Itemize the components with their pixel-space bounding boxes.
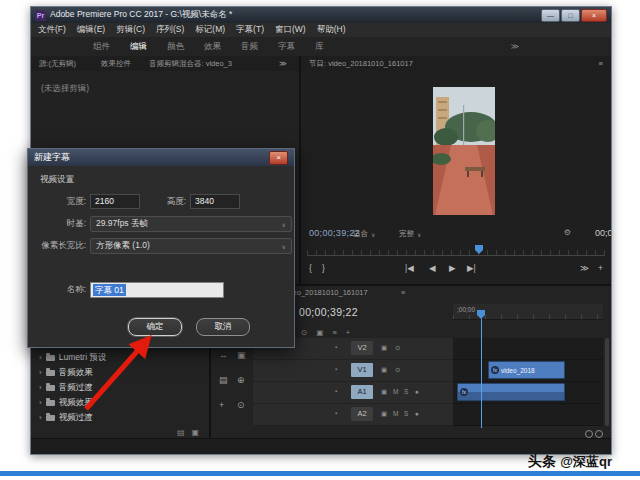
program-scrubber-bar[interactable]: [307, 247, 605, 256]
audio-clip[interactable]: fx: [457, 383, 565, 401]
workspace-effects[interactable]: 效果: [204, 41, 221, 53]
sync-lock-icon[interactable]: ▣: [381, 344, 387, 352]
track-output-eye-icon[interactable]: ⊙: [395, 366, 400, 374]
solo-button[interactable]: S: [404, 410, 408, 417]
track-select-tool-icon[interactable]: ↔: [219, 350, 228, 360]
menu-edit[interactable]: 编辑(E): [77, 24, 105, 36]
snap-icon[interactable]: ⊙: [301, 328, 307, 337]
menu-clip[interactable]: 剪辑(C): [116, 24, 145, 36]
hand-tool-icon[interactable]: ⊕: [237, 375, 245, 385]
disclosure-icon[interactable]: ›: [39, 383, 42, 392]
mute-button[interactable]: M: [393, 410, 398, 417]
workspace-editing[interactable]: 编辑: [130, 41, 147, 53]
list-item[interactable]: › Lumetri 预设: [39, 350, 205, 365]
menu-file[interactable]: 文件(F): [38, 24, 66, 36]
go-to-in-icon[interactable]: |◀: [405, 263, 414, 273]
maximize-button[interactable]: □: [561, 9, 580, 22]
icon-view-icon[interactable]: ▣: [191, 428, 199, 437]
disclosure-icon[interactable]: ›: [39, 353, 42, 362]
disclosure-icon[interactable]: ›: [39, 398, 42, 407]
window-titlebar[interactable]: Pr Adobe Premiere Pro CC 2017 - G:\视频\未命…: [31, 7, 611, 23]
width-value-field[interactable]: 2160: [90, 194, 140, 209]
workspace-titles[interactable]: 字幕: [278, 41, 295, 53]
zoom-tool-icon[interactable]: ⊙: [237, 400, 245, 410]
track-button-v2[interactable]: V2: [351, 341, 373, 355]
list-item[interactable]: › 音频效果: [39, 365, 205, 380]
minimize-button[interactable]: —: [541, 9, 560, 22]
name-input[interactable]: 字幕 01: [90, 282, 224, 298]
pen-tool-icon[interactable]: +: [219, 400, 224, 410]
menu-sequence[interactable]: 序列(S): [156, 24, 184, 36]
height-value-field[interactable]: 3840: [190, 194, 240, 209]
workspace-audio[interactable]: 音频: [241, 41, 258, 53]
dialog-close-button[interactable]: ×: [269, 151, 288, 165]
slip-tool-icon[interactable]: ▤: [219, 375, 228, 385]
track-content-a2[interactable]: [453, 404, 603, 426]
playback-resolution-select[interactable]: 完整 ∨: [399, 229, 421, 239]
cancel-button[interactable]: 取消: [196, 318, 250, 336]
step-back-icon[interactable]: ◀: [429, 263, 436, 273]
pixel-aspect-select[interactable]: 方形像素 (1.0) ∨: [90, 238, 292, 254]
menu-help[interactable]: 帮助(H): [317, 24, 346, 36]
voiceover-mic-icon[interactable]: ●: [415, 388, 419, 395]
menu-window[interactable]: 窗口(W): [275, 24, 306, 36]
mark-out-icon[interactable]: }: [322, 263, 325, 273]
play-icon[interactable]: ▶: [449, 263, 456, 273]
disclosure-icon[interactable]: ›: [39, 368, 42, 377]
track-content-v1[interactable]: fx video_2018: [453, 360, 603, 382]
sync-lock-icon[interactable]: ▣: [381, 366, 387, 374]
track-content-v2[interactable]: [453, 338, 603, 360]
timeline-vertical-scrollbar[interactable]: [605, 338, 609, 426]
disclosure-icon[interactable]: ›: [39, 413, 42, 422]
tab-audio-clip-mixer[interactable]: 音频剪辑混合器: video_3: [149, 59, 232, 69]
tab-program-monitor[interactable]: 节目: video_20181010_161017: [309, 59, 413, 69]
step-forward-icon[interactable]: ▶|: [467, 263, 476, 273]
razor-tool-icon[interactable]: ▣: [237, 350, 246, 360]
solo-button[interactable]: S: [404, 388, 408, 395]
source-tabs-overflow-icon[interactable]: ≫: [279, 59, 287, 68]
list-item[interactable]: › 视频效果: [39, 395, 205, 410]
list-view-icon[interactable]: ▤: [177, 428, 185, 437]
dialog-titlebar[interactable]: 新建字幕 ×: [28, 149, 294, 166]
timeline-panel-menu-icon[interactable]: ≡: [401, 288, 405, 297]
voiceover-mic-icon[interactable]: ●: [415, 410, 419, 417]
program-panel-menu-icon[interactable]: ≡: [599, 59, 603, 68]
lock-icon[interactable]: ▪: [335, 344, 337, 350]
workspace-overflow-icon[interactable]: ≫: [511, 42, 519, 51]
add-marker-icon[interactable]: +: [346, 328, 350, 337]
video-clip[interactable]: fx video_2018: [488, 361, 565, 379]
tab-sequence[interactable]: video_20181010_161017: [283, 288, 368, 297]
timeline-settings-icon[interactable]: ≡: [332, 328, 336, 337]
menu-marker[interactable]: 标记(M): [195, 24, 225, 36]
close-button[interactable]: ×: [581, 9, 607, 22]
tab-effect-controls[interactable]: 效果控件: [101, 59, 131, 69]
track-button-v1[interactable]: V1: [351, 363, 373, 377]
mark-in-icon[interactable]: {: [309, 263, 312, 273]
track-button-a2[interactable]: A2: [351, 407, 373, 421]
tab-source-monitor[interactable]: 源:(无剪辑): [39, 59, 76, 69]
settings-wrench-icon[interactable]: ⚙: [564, 228, 571, 237]
add-button-icon[interactable]: +: [598, 263, 603, 273]
sync-lock-icon[interactable]: ▣: [381, 410, 387, 418]
workspace-libraries[interactable]: 库: [315, 41, 324, 53]
track-output-eye-icon[interactable]: ⊙: [395, 344, 400, 352]
ok-button[interactable]: 确定: [128, 318, 182, 336]
track-content-a1[interactable]: fx: [453, 382, 603, 404]
timebase-select[interactable]: 29.97fps 丢帧 ∨: [90, 216, 292, 232]
workspace-color[interactable]: 颜色: [167, 41, 184, 53]
zoom-level-select[interactable]: 适合 ∨: [353, 229, 375, 239]
workspace-assembly[interactable]: 组件: [93, 41, 110, 53]
linked-selection-icon[interactable]: ▣: [316, 328, 323, 337]
list-item[interactable]: › 音频过渡: [39, 380, 205, 395]
menu-title[interactable]: 字幕(T): [236, 24, 264, 36]
zoom-scrollbar-handle[interactable]: [585, 430, 593, 438]
timeline-current-timecode[interactable]: 00;00;39;22: [299, 306, 358, 318]
zoom-scrollbar-handle[interactable]: [595, 430, 603, 438]
lock-icon[interactable]: ▪: [335, 410, 337, 416]
export-frame-icon[interactable]: ≫: [580, 263, 589, 273]
sync-lock-icon[interactable]: ▣: [381, 388, 387, 396]
lock-icon[interactable]: ▪: [335, 388, 337, 394]
track-button-a1[interactable]: A1: [351, 385, 373, 399]
mute-button[interactable]: M: [393, 388, 398, 395]
list-item[interactable]: › 视频过渡: [39, 410, 205, 425]
